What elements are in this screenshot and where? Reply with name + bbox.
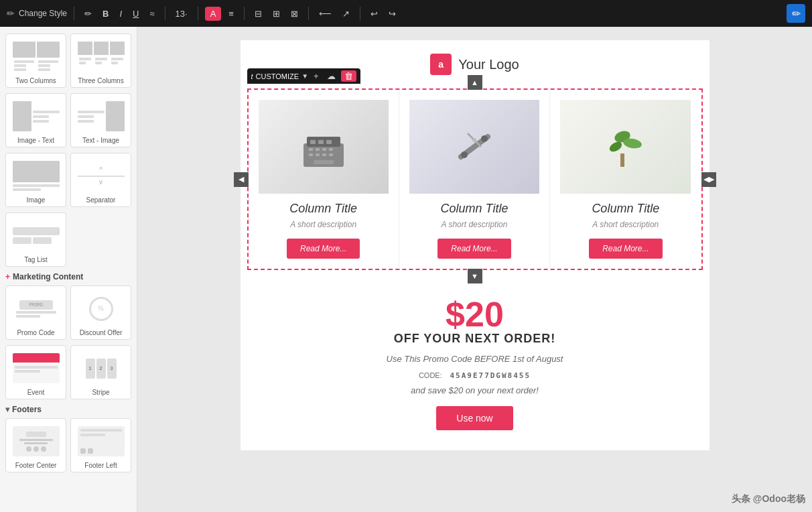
block-text-image[interactable]: Text - Image [70,93,131,147]
block-footer-left-label: Footer Left [84,462,117,469]
toolbar-insertcol-btn[interactable]: ⊟ [251,7,265,21]
svg-rect-2 [310,140,316,144]
block-event[interactable]: Event [5,345,66,399]
block-image[interactable]: Image [5,153,66,207]
bt-customize-label: CUSTOMIZE [256,72,299,80]
block-two-columns-label: Two Columns [15,77,56,84]
toolbar-undo-btn[interactable]: ↩ [367,7,381,21]
svg-rect-3 [318,140,324,144]
col1-image [259,100,389,194]
toolbar-extlink-btn[interactable]: ↗ [339,7,353,21]
footer-center-preview [9,423,63,460]
toolbar-underline-btn[interactable]: U [129,7,142,21]
footers-section-title: ▾ Footers [5,405,131,414]
block-arrow-right[interactable]: ◀▶ [701,172,716,187]
logo-icon: a [430,54,452,75]
block-promo-code[interactable]: PROMO Promo Code [5,285,66,340]
toolbar-fontsize-btn[interactable]: 13· [172,7,191,21]
toolbar-italic-btn[interactable]: I [116,7,125,21]
promo-section: $20 OFF YOUR NEXT ORDER! Use This Promo … [241,277,709,450]
col3-image [560,100,691,194]
block-discount-offer[interactable]: % Discount Offer [70,285,131,340]
col1-read-more-btn[interactable]: Read More... [287,239,360,259]
stripe-visual: 1 2 3 [78,353,125,383]
promo-code-value: 45A9E77DGW8455 [450,371,531,380]
toolbar-pencil-icon: ✏ [7,8,15,19]
block-promo-code-label: Promo Code [17,329,54,336]
taglist-grid: Tag List [5,212,131,267]
svg-point-16 [481,135,488,142]
block-footer-left[interactable]: Footer Left [70,418,131,472]
email-canvas: a Your Logo t CUSTOMIZE ▼ + ☁ 🗑 ▲ ◀ [241,40,709,450]
col3-title: Column Title [560,202,691,216]
stripe-preview: 1 2 3 [74,350,128,387]
img-text-visual [13,101,60,131]
toolbar-bold-btn[interactable]: B [99,7,112,21]
promo-subtitle: OFF YOUR NEXT ORDER! [254,332,696,346]
toolbar-layout-btn[interactable]: ⊠ [287,7,301,21]
col2-image [409,100,539,194]
toolbar-separator-5 [308,7,309,20]
block-footer-center[interactable]: Footer Center [5,418,66,472]
svg-rect-8 [329,148,333,151]
toolbar-separator-2 [165,7,165,20]
toolbar-link-btn[interactable]: ⟵ [316,7,335,21]
svg-rect-4 [326,140,332,144]
block-toolbar: t CUSTOMIZE ▼ + ☁ 🗑 [247,68,360,84]
block-tag-list[interactable]: Tag List [5,212,66,267]
toolbar-draw-btn[interactable]: ✏ [81,7,95,21]
three-col-visual [78,42,125,72]
svg-rect-5 [309,148,313,151]
svg-rect-10 [316,153,320,156]
block-image-text[interactable]: Image - Text [5,93,66,147]
img-text-grid: Image - Text Text - Image [5,93,131,147]
bt-cloud-btn[interactable]: ☁ [324,70,338,82]
column-item-3: Column Title A short description Read Mo… [550,90,701,269]
col1-title: Column Title [259,202,389,216]
block-separator-label: Separator [86,196,116,204]
svg-rect-12 [329,153,333,156]
block-separator[interactable]: ^ v Separator [70,153,131,207]
toolbar-title: Change Style [19,9,67,18]
bt-add-btn[interactable]: + [311,70,322,82]
block-three-columns[interactable]: Three Columns [70,34,131,88]
column-item-2: Column Title A short description Read Mo… [399,90,550,269]
img-text-preview [9,98,63,135]
svg-rect-7 [322,148,326,151]
toolbar-strike-btn[interactable]: ≈ [146,7,157,21]
col3-read-more-btn[interactable]: Read More... [589,239,662,259]
marketing-grid: PROMO Promo Code % Discount Offer [5,285,131,340]
block-stripe[interactable]: 1 2 3 Stripe [70,345,131,399]
toolbar-redo-btn[interactable]: ↪ [385,7,399,21]
block-three-col-preview [74,38,128,75]
toolbar-fontcolor-btn[interactable]: A [205,7,222,21]
column-item-1: Column Title A short description Read Mo… [249,90,399,269]
toolbar-align-btn[interactable]: ≡ [225,7,237,21]
svg-rect-6 [316,148,320,151]
separator-preview: ^ v [74,157,128,194]
block-arrow-down[interactable]: ▼ [468,269,482,283]
bt-letter: t [251,72,253,80]
image-visual [13,161,60,191]
block-tag-list-label: Tag List [24,256,47,263]
block-discount-offer-label: Discount Offer [80,329,123,336]
block-arrow-up[interactable]: ▲ [468,75,482,90]
discount-visual: % [78,294,125,324]
event-visual [13,353,60,383]
svg-rect-19 [620,153,624,167]
block-arrow-left[interactable]: ◀ [234,172,249,187]
footer-left-visual [78,426,125,456]
col2-read-more-btn[interactable]: Read More... [437,239,511,259]
separator-visual: ^ v [78,161,125,191]
block-three-columns-label: Three Columns [78,77,123,84]
block-two-columns[interactable]: Two Columns [5,34,66,88]
toolbar-edit-btn[interactable]: ✏ [787,4,805,23]
toolbar-right: ✏ [787,4,805,23]
bt-chevron-icon: ▼ [301,72,308,80]
bt-delete-btn[interactable]: 🗑 [341,70,356,82]
toolbar-inserttable-btn[interactable]: ⊞ [269,7,283,21]
top-toolbar: ✏ Change Style ✏ B I U ≈ 13· A ≡ ⊟ ⊞ ⊠ ⟵… [0,0,812,27]
taglist-preview [9,217,63,254]
col3-desc: A short description [560,220,691,229]
promo-use-now-btn[interactable]: Use now [436,406,513,430]
